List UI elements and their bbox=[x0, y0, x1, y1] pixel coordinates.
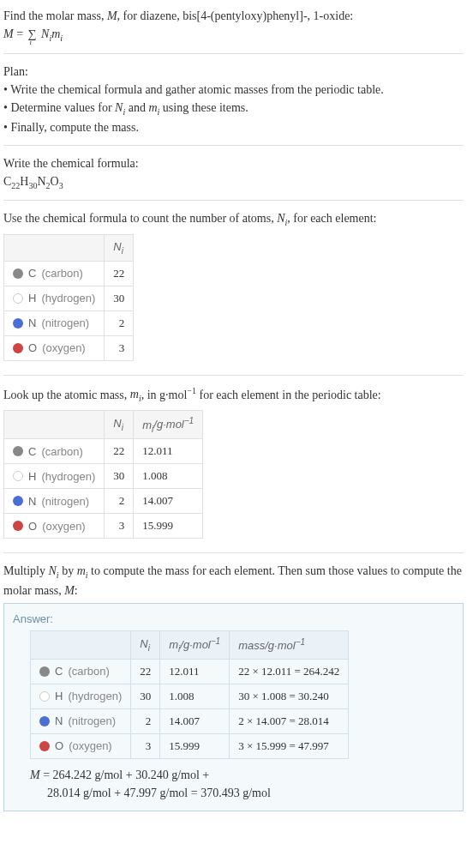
elem-name: (hydrogen) bbox=[68, 690, 122, 702]
table-row: N (nitrogen)2 bbox=[4, 310, 134, 335]
final-line2: 28.014 g/mol + 47.997 g/mol = 370.493 g/… bbox=[47, 784, 454, 802]
elem-name: (oxygen) bbox=[42, 520, 86, 533]
final-line1: = 264.242 g/mol + 30.240 g/mol + bbox=[43, 769, 209, 781]
text: • Determine values for bbox=[3, 101, 115, 114]
element-cell: H (hydrogen) bbox=[31, 684, 131, 708]
hydrogen-icon bbox=[39, 691, 50, 702]
elem-name: (nitrogen) bbox=[41, 495, 89, 508]
header-blank bbox=[31, 630, 131, 659]
var-mi: mi bbox=[77, 564, 88, 577]
cell-N: 22 bbox=[131, 659, 160, 684]
cell-mass: 22 × 12.011 = 264.242 bbox=[230, 659, 349, 684]
text: using these items. bbox=[159, 101, 248, 114]
text: , for each element: bbox=[287, 212, 376, 225]
answer-table: Ni mi/g·mol−1 mass/g·mol−1 C (carbon)221… bbox=[30, 630, 349, 759]
mass-section: Look up the atomic mass, mi, in g·mol−1 … bbox=[3, 381, 464, 547]
elem-name: (hydrogen) bbox=[41, 292, 95, 304]
table-row: O (oxygen)315.999 bbox=[4, 514, 203, 539]
header-mi: mi/g·mol−1 bbox=[134, 411, 203, 439]
element-cell: N (nitrogen) bbox=[4, 489, 105, 514]
answer-box: Answer: Ni mi/g·mol−1 mass/g·mol−1 C (ca… bbox=[3, 603, 464, 811]
text: , for diazene, bis[4-(pentyloxy)phenyl]-… bbox=[117, 9, 354, 22]
element-cell: H (hydrogen) bbox=[4, 286, 105, 310]
nitrogen-icon bbox=[13, 496, 23, 506]
header-Ni: Ni bbox=[105, 411, 134, 439]
intro-line1: Find the molar mass, M, for diazene, bis… bbox=[3, 7, 464, 25]
elem-sym: O bbox=[28, 520, 37, 533]
nitrogen-icon bbox=[13, 318, 23, 329]
cell-m: 1.008 bbox=[160, 684, 230, 708]
elem-name: (carbon) bbox=[41, 267, 82, 280]
elem-name: (carbon) bbox=[41, 445, 82, 458]
text: Find the molar mass, bbox=[3, 9, 107, 22]
table-row: H (hydrogen)301.008 bbox=[4, 464, 203, 489]
var-M: M bbox=[107, 9, 117, 22]
elem-sym: H bbox=[28, 470, 36, 483]
header-Ni: Ni bbox=[105, 235, 134, 262]
table-header-row: Ni mi/g·mol−1 bbox=[4, 411, 203, 439]
oxygen-icon bbox=[13, 343, 23, 353]
chemical-formula: C22H30N2O3 bbox=[3, 172, 464, 192]
nitrogen-icon bbox=[39, 716, 50, 726]
var-M: M bbox=[64, 584, 75, 597]
answer-label: Answer: bbox=[13, 612, 454, 625]
elem-sym: C bbox=[28, 267, 36, 280]
element-cell: C (carbon) bbox=[31, 659, 131, 684]
eq-lhs: M bbox=[3, 27, 14, 40]
cell-m: 12.011 bbox=[134, 439, 203, 464]
carbon-icon bbox=[13, 268, 23, 279]
divider bbox=[3, 375, 464, 376]
text: : bbox=[75, 584, 78, 597]
text: by bbox=[59, 564, 77, 577]
sigma: ∑i bbox=[27, 25, 39, 43]
intro: Find the molar mass, M, for diazene, bis… bbox=[3, 3, 464, 48]
header-Ni: Ni bbox=[131, 630, 160, 659]
oxygen-icon bbox=[39, 741, 50, 751]
element-cell: O (oxygen) bbox=[4, 335, 105, 360]
cell-N: 22 bbox=[105, 261, 134, 286]
multiply-text: Multiply Ni by mi to compute the mass fo… bbox=[3, 562, 464, 600]
elem-sym: O bbox=[55, 739, 63, 752]
text: for each element in the periodic table: bbox=[196, 388, 381, 401]
text: and bbox=[125, 101, 148, 114]
elem-name: (hydrogen) bbox=[41, 470, 95, 483]
cell-m: 15.999 bbox=[134, 514, 203, 539]
count-table: Ni C (carbon)22 H (hydrogen)30 N (nitrog… bbox=[3, 234, 134, 361]
plan-b2: • Determine values for Ni and mi using t… bbox=[3, 99, 464, 118]
elem-sym: N bbox=[28, 495, 36, 508]
multiply-section: Multiply Ni by mi to compute the mass fo… bbox=[3, 558, 464, 815]
mass-text: Look up the atomic mass, mi, in g·mol−1 … bbox=[3, 384, 464, 405]
element-cell: C (carbon) bbox=[4, 261, 105, 286]
table-row: N (nitrogen)214.007 bbox=[4, 489, 203, 514]
table-header-row: Ni mi/g·mol−1 mass/g·mol−1 bbox=[31, 630, 349, 659]
elem-name: (nitrogen) bbox=[68, 714, 116, 727]
plan: Plan: • Write the chemical formula and g… bbox=[3, 59, 464, 140]
elem-name: (oxygen) bbox=[69, 739, 112, 752]
cell-N: 22 bbox=[105, 439, 134, 464]
cell-m: 14.007 bbox=[134, 489, 203, 514]
table-row: N (nitrogen)214.0072 × 14.007 = 28.014 bbox=[31, 708, 349, 733]
header-blank bbox=[4, 411, 105, 439]
element-cell: O (oxygen) bbox=[31, 733, 131, 758]
count-section: Use the chemical formula to count the nu… bbox=[3, 206, 464, 369]
oxygen-icon bbox=[13, 521, 23, 531]
elem-sym: C bbox=[28, 445, 36, 458]
text: , in g·mol bbox=[141, 388, 188, 401]
plan-title: Plan: bbox=[3, 63, 464, 81]
cell-N: 2 bbox=[105, 310, 134, 335]
header-blank bbox=[4, 235, 105, 262]
cell-m: 14.007 bbox=[160, 708, 230, 733]
table-row: H (hydrogen)30 bbox=[4, 286, 134, 310]
var-mi: mi bbox=[130, 388, 141, 401]
cell-m: 12.011 bbox=[160, 659, 230, 684]
var-Ni: Ni bbox=[115, 101, 125, 114]
final-equation: M = 264.242 g/mol + 30.240 g/mol + 28.01… bbox=[30, 766, 454, 802]
elem-sym: H bbox=[28, 292, 36, 304]
cell-N: 30 bbox=[105, 286, 134, 310]
elem-sym: N bbox=[55, 714, 63, 727]
cell-mass: 30 × 1.008 = 30.240 bbox=[230, 684, 349, 708]
intro-equation: M = ∑i Nimi bbox=[3, 25, 464, 45]
table-row: C (carbon)22 bbox=[4, 261, 134, 286]
text: Look up the atomic mass, bbox=[3, 388, 130, 401]
table-row: C (carbon)2212.011 bbox=[4, 439, 203, 464]
